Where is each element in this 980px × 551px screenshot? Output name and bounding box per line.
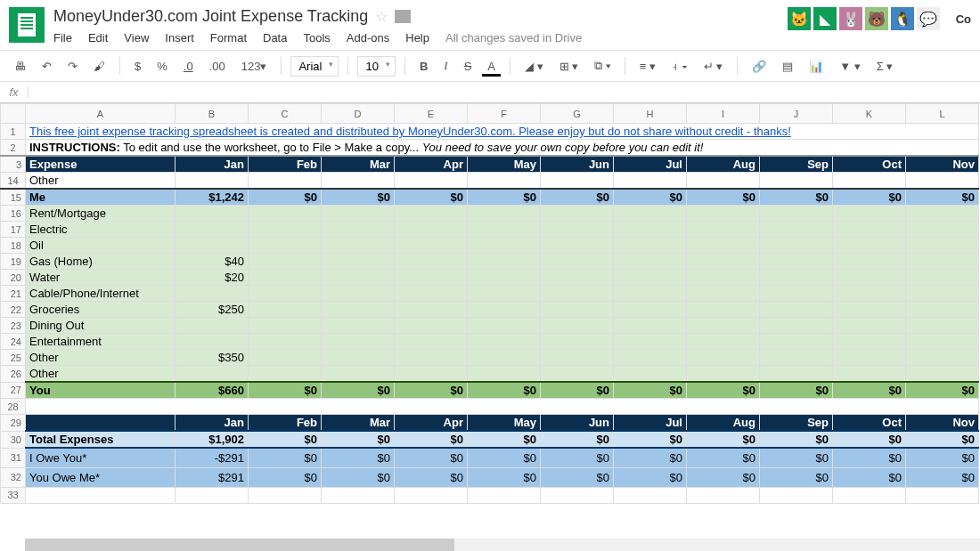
cell[interactable]: $1,902: [176, 431, 249, 448]
cell[interactable]: [176, 222, 249, 238]
cell[interactable]: [833, 222, 906, 238]
cell[interactable]: [322, 173, 395, 190]
folder-icon[interactable]: [395, 10, 411, 23]
row-header[interactable]: 23: [1, 318, 26, 334]
avatar[interactable]: 🐰: [839, 7, 862, 30]
link-icon[interactable]: 🔗: [747, 56, 772, 77]
font-size-select[interactable]: 10: [357, 56, 395, 77]
scroll-thumb[interactable]: [25, 539, 454, 551]
cell[interactable]: $0: [906, 189, 979, 206]
cell[interactable]: [249, 238, 322, 254]
cell[interactable]: [760, 222, 833, 238]
chart-icon[interactable]: 📊: [804, 56, 829, 77]
col-header[interactable]: B: [176, 104, 249, 124]
cell[interactable]: $0: [833, 448, 906, 467]
cell[interactable]: [687, 286, 760, 302]
redo-icon[interactable]: ↷: [62, 56, 83, 77]
cell[interactable]: [906, 350, 979, 366]
cell[interactable]: $40: [176, 254, 249, 270]
cell[interactable]: [760, 173, 833, 190]
cell[interactable]: [395, 302, 468, 318]
cell[interactable]: [249, 350, 322, 366]
cell[interactable]: [541, 254, 614, 270]
cell[interactable]: [249, 366, 322, 383]
cell[interactable]: $0: [468, 467, 541, 487]
cell[interactable]: [322, 270, 395, 286]
cell[interactable]: [906, 487, 979, 503]
cell[interactable]: [687, 238, 760, 254]
cell[interactable]: [322, 302, 395, 318]
cell[interactable]: [760, 270, 833, 286]
avatar[interactable]: ◣: [813, 7, 837, 30]
cell[interactable]: [176, 286, 249, 302]
row-header[interactable]: 14: [1, 173, 26, 190]
cell[interactable]: [833, 254, 906, 270]
cell[interactable]: [395, 254, 468, 270]
cell[interactable]: [614, 206, 687, 222]
cell[interactable]: $0: [249, 189, 322, 206]
cell[interactable]: [541, 270, 614, 286]
cell[interactable]: [760, 487, 833, 503]
cell[interactable]: [249, 286, 322, 302]
cell[interactable]: $0: [614, 467, 687, 487]
formula-input[interactable]: [29, 85, 980, 99]
cell[interactable]: [468, 286, 541, 302]
cell[interactable]: [322, 334, 395, 350]
cell[interactable]: [322, 254, 395, 270]
row-header[interactable]: 31: [1, 448, 26, 467]
cell[interactable]: [249, 270, 322, 286]
cell[interactable]: [541, 318, 614, 334]
cell[interactable]: [541, 286, 614, 302]
menu-insert[interactable]: Insert: [165, 31, 194, 45]
cell[interactable]: $0: [468, 382, 541, 399]
format-currency[interactable]: $: [129, 56, 146, 77]
cell[interactable]: [833, 270, 906, 286]
col-header[interactable]: J: [760, 104, 833, 124]
cell[interactable]: [468, 238, 541, 254]
cell[interactable]: Cable/Phone/Internet: [26, 286, 176, 302]
cell[interactable]: Entertainment: [26, 334, 176, 350]
cell[interactable]: [833, 302, 906, 318]
cell[interactable]: [687, 366, 760, 383]
cell[interactable]: [833, 318, 906, 334]
cell[interactable]: $0: [541, 431, 614, 448]
cell[interactable]: [468, 318, 541, 334]
cell[interactable]: [687, 206, 760, 222]
cell[interactable]: [468, 173, 541, 190]
cell[interactable]: $0: [687, 448, 760, 467]
avatar[interactable]: 🐻: [865, 7, 888, 30]
cell[interactable]: $0: [760, 448, 833, 467]
cell[interactable]: [176, 206, 249, 222]
cell[interactable]: $0: [614, 382, 687, 399]
cell[interactable]: $0: [541, 189, 614, 206]
row-header[interactable]: 15: [1, 189, 26, 206]
cell[interactable]: $0: [322, 448, 395, 467]
cell[interactable]: [395, 318, 468, 334]
cell[interactable]: [176, 238, 249, 254]
cell[interactable]: $0: [468, 448, 541, 467]
cell[interactable]: $1,242: [176, 189, 249, 206]
comment-icon[interactable]: ▤: [777, 56, 798, 77]
cell[interactable]: [176, 173, 249, 190]
cell[interactable]: $0: [541, 467, 614, 487]
cell[interactable]: $0: [906, 448, 979, 467]
cell[interactable]: $660: [176, 382, 249, 399]
cell[interactable]: Me: [26, 189, 176, 206]
cell[interactable]: $0: [541, 448, 614, 467]
cell[interactable]: [760, 334, 833, 350]
italic-button[interactable]: I: [438, 55, 453, 77]
cell[interactable]: [687, 487, 760, 503]
row-header[interactable]: 2: [1, 140, 26, 157]
cell[interactable]: [176, 487, 249, 503]
cell[interactable]: $0: [614, 189, 687, 206]
row-header[interactable]: 27: [1, 382, 26, 399]
cell[interactable]: [541, 206, 614, 222]
cell[interactable]: $0: [468, 431, 541, 448]
cell[interactable]: [541, 366, 614, 383]
cell[interactable]: [468, 334, 541, 350]
cell[interactable]: [26, 415, 176, 432]
row-header[interactable]: 29: [1, 415, 26, 432]
col-header[interactable]: I: [687, 104, 760, 124]
cell[interactable]: [760, 318, 833, 334]
cell[interactable]: [322, 487, 395, 503]
